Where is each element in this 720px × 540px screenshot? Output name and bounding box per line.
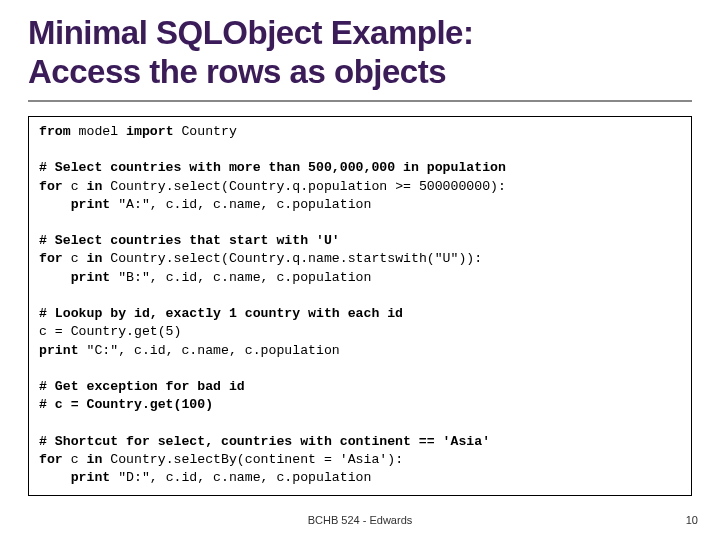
comment: # Select countries with more than 500,00… bbox=[39, 160, 506, 175]
code-text: "C:", c.id, c.name, c.population bbox=[79, 343, 340, 358]
title-underline bbox=[28, 100, 692, 102]
page-number: 10 bbox=[686, 514, 698, 526]
code-text: c bbox=[63, 452, 87, 467]
kw-print: print bbox=[39, 343, 79, 358]
code-text: Country.select(Country.q.population >= 5… bbox=[102, 179, 506, 194]
kw-for: for bbox=[39, 452, 63, 467]
kw-print: print bbox=[71, 270, 111, 285]
comment: # Shortcut for select, countries with co… bbox=[39, 434, 490, 449]
footer-text: BCHB 524 - Edwards bbox=[0, 514, 720, 526]
indent bbox=[39, 270, 71, 285]
code-text: Country.selectBy(continent = 'Asia'): bbox=[102, 452, 403, 467]
code-text: "B:", c.id, c.name, c.population bbox=[110, 270, 371, 285]
code-text: model bbox=[71, 124, 126, 139]
kw-in: in bbox=[87, 452, 103, 467]
code-text: c = Country.get(5) bbox=[39, 324, 181, 339]
slide: Minimal SQLObject Example: Access the ro… bbox=[0, 0, 720, 540]
code-box: from model import Country # Select count… bbox=[28, 116, 692, 496]
title-line-1: Minimal SQLObject Example: bbox=[28, 14, 473, 51]
comment: # Select countries that start with 'U' bbox=[39, 233, 340, 248]
code-text: "D:", c.id, c.name, c.population bbox=[110, 470, 371, 485]
code-text: c bbox=[63, 179, 87, 194]
comment: # Get exception for bad id bbox=[39, 379, 245, 394]
comment: # Lookup by id, exactly 1 country with e… bbox=[39, 306, 403, 321]
code-text: "A:", c.id, c.name, c.population bbox=[110, 197, 371, 212]
kw-for: for bbox=[39, 251, 63, 266]
indent bbox=[39, 470, 71, 485]
kw-in: in bbox=[87, 179, 103, 194]
kw-in: in bbox=[87, 251, 103, 266]
kw-print: print bbox=[71, 470, 111, 485]
kw-from: from bbox=[39, 124, 71, 139]
kw-import: import bbox=[126, 124, 173, 139]
code-text: c bbox=[63, 251, 87, 266]
comment: # c = Country.get(100) bbox=[39, 397, 213, 412]
indent bbox=[39, 197, 71, 212]
kw-print: print bbox=[71, 197, 111, 212]
slide-title: Minimal SQLObject Example: Access the ro… bbox=[28, 14, 692, 92]
code-text: Country bbox=[174, 124, 237, 139]
title-line-2: Access the rows as objects bbox=[28, 53, 446, 90]
kw-for: for bbox=[39, 179, 63, 194]
code-text: Country.select(Country.q.name.startswith… bbox=[102, 251, 482, 266]
